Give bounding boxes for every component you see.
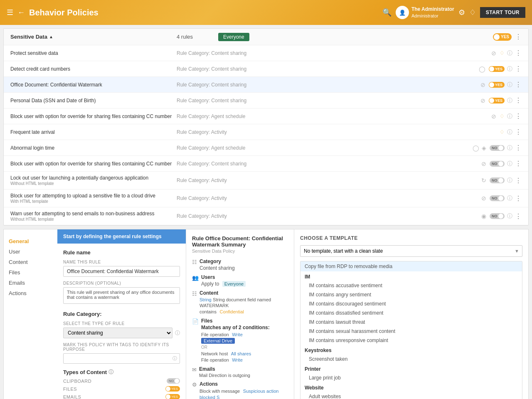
summary-emails: ✉ Emails Mail Direction is outgoing — [192, 366, 288, 378]
row-more-icon[interactable]: ⋮ — [515, 128, 522, 136]
row-more-icon[interactable]: ⋮ — [515, 177, 522, 185]
start-tour-button[interactable]: START TOUR — [480, 7, 525, 18]
row-more-icon[interactable]: ⋮ — [515, 96, 522, 104]
diamond-icon[interactable]: ♢ — [469, 8, 476, 17]
eye-icon: ◈ — [482, 145, 486, 151]
template-panel: CHOOSE A TEMPLATE No template, start wit… — [294, 229, 529, 399]
clipboard-toggle[interactable]: NO — [167, 378, 180, 384]
row-more-icon[interactable]: ⋮ — [515, 65, 522, 73]
emails-toggle[interactable]: YES — [165, 394, 180, 399]
bell-icon: ◯ — [473, 145, 479, 151]
table-row: Block user with option for override for … — [4, 108, 528, 124]
apply-to-label: Apply to — [201, 281, 219, 287]
info-icon[interactable]: ⓘ — [507, 81, 512, 89]
header: ☰ ← Behavior Policies 🔍 👤 The Administra… — [0, 0, 532, 25]
row-more-icon[interactable]: ⋮ — [515, 81, 522, 89]
sidebar-item-actions[interactable]: Actions — [9, 288, 52, 298]
list-item[interactable]: Large print job — [300, 373, 522, 382]
info-icon[interactable]: ⓘ — [507, 177, 512, 184]
group-toggle[interactable]: YES — [493, 33, 512, 41]
rule-name-input[interactable] — [63, 266, 180, 277]
files-toggle[interactable]: YES — [165, 386, 180, 392]
row-toggle-yes[interactable]: YES — [489, 66, 505, 72]
list-item[interactable]: IM contains sexual harassment content — [300, 327, 522, 336]
types-title: Types of Content ⓘ — [63, 369, 180, 376]
network-val: All shares — [231, 351, 251, 356]
row-toggle-no[interactable]: NO — [490, 145, 505, 151]
form-body: Rule name NAME THIS RULE DESCRIPTION (OP… — [57, 244, 186, 399]
search-icon[interactable]: 🔍 — [382, 8, 392, 17]
types-help-icon[interactable]: ⓘ — [108, 369, 113, 376]
clipboard-row: CLIPBOARD NO — [63, 378, 180, 384]
files-matches: Matches any of 2 conditions: — [201, 325, 288, 330]
category-select-row: Content sharing ⓘ — [63, 328, 180, 338]
row-toggle-no[interactable]: NO — [490, 177, 505, 183]
toggle-dot — [166, 394, 170, 399]
list-item[interactable]: IM contains unresponsive complaint — [300, 336, 522, 345]
eye-icon: ◉ — [481, 213, 486, 219]
list-item[interactable]: IM contains accusative sentiment — [300, 281, 522, 290]
info-icon[interactable]: ⓘ — [507, 49, 512, 57]
info-icon[interactable]: ⓘ — [507, 160, 512, 167]
row-more-icon[interactable]: ⋮ — [515, 160, 522, 167]
toggle-dot — [498, 145, 503, 150]
files-label: FILES — [63, 387, 77, 392]
summary-panel: Rule Office Document: Confidential Water… — [186, 229, 294, 399]
info-icon[interactable]: ⓘ — [507, 65, 512, 73]
types-section: Types of Content ⓘ CLIPBOARD NO FILES YE… — [63, 369, 180, 399]
rule-category-title: Rule Category: — [63, 311, 180, 317]
info-icon[interactable]: ⓘ — [507, 128, 512, 136]
gear-icon[interactable]: ⚙ — [458, 8, 465, 17]
list-item[interactable]: IM contains dissatisfied sentiment — [300, 308, 522, 318]
row-toggle-no[interactable]: NO — [490, 195, 505, 201]
sidebar-item-emails[interactable]: Emails — [9, 278, 52, 288]
block-msg: Block with message — [200, 389, 240, 394]
row-more-icon[interactable]: ⋮ — [515, 212, 522, 220]
info-icon[interactable]: ⓘ — [507, 212, 512, 220]
user-role: Administrator — [411, 13, 454, 19]
sort-icon: ▲ — [49, 34, 53, 39]
help-icon[interactable]: ⓘ — [175, 330, 180, 337]
hamburger-icon[interactable]: ☰ — [7, 8, 13, 17]
sidebar-item-user[interactable]: User — [9, 246, 52, 257]
list-item[interactable]: IM contains angry sentiment — [300, 290, 522, 299]
file-op2-val: Write — [232, 357, 242, 362]
row-toggle-yes[interactable]: YES — [489, 82, 505, 88]
more-options-icon[interactable]: ⋮ — [515, 33, 522, 41]
sidebar-item-content[interactable]: Content — [9, 257, 52, 267]
table-row: Block user with option for override for … — [4, 156, 528, 172]
description-textarea[interactable]: This rule will prevent sharing of any of… — [63, 287, 180, 304]
actions-label: Actions — [200, 381, 288, 387]
list-item[interactable]: IM contains lawsuit threat — [300, 318, 522, 327]
category-select[interactable]: Content sharing — [63, 328, 172, 338]
info-icon[interactable]: ⓘ — [507, 113, 512, 120]
sidebar-item-general[interactable]: General — [9, 236, 52, 246]
row-more-icon[interactable]: ⋮ — [515, 195, 522, 202]
row-more-icon[interactable]: ⋮ — [515, 144, 522, 152]
content-icon: ☷ — [192, 291, 197, 297]
template-list[interactable]: Copy file from RDP to removable media IM… — [300, 261, 522, 399]
user-info: 👤 The Administrator Administrator — [396, 6, 454, 19]
info-icon[interactable]: ⓘ — [507, 97, 512, 104]
template-select[interactable]: No template, start with a clean slate — [300, 245, 522, 257]
description-label: DESCRIPTION (OPTIONAL) — [63, 281, 180, 286]
info-icon[interactable]: ⓘ — [507, 144, 512, 152]
row-toggle-no[interactable]: NO — [490, 213, 505, 219]
list-item[interactable]: IM contains discouraged sentiment — [300, 299, 522, 308]
row-more-icon[interactable]: ⋮ — [515, 112, 522, 120]
back-icon[interactable]: ← — [17, 8, 25, 17]
row-more-icon[interactable]: ⋮ — [515, 49, 522, 57]
row-toggle-yes[interactable]: YES — [489, 98, 505, 103]
tags-input[interactable]: ⓘ — [63, 353, 180, 364]
list-item[interactable]: Copy file from RDP to removable media — [300, 261, 522, 271]
tags-help-icon: ⓘ — [172, 355, 177, 362]
info-icon[interactable]: ⓘ — [507, 195, 512, 202]
files-icon: 📄 — [192, 318, 199, 325]
template-category-website: Website — [300, 382, 522, 392]
rules-count: 4 rules — [177, 34, 218, 40]
emails-row: EMAILS YES — [63, 394, 180, 399]
list-item[interactable]: Adult websites — [300, 392, 522, 399]
list-item[interactable]: Screenshot taken — [300, 355, 522, 364]
row-toggle-no[interactable]: NO — [490, 161, 505, 167]
sidebar-item-files[interactable]: Files — [9, 267, 52, 278]
